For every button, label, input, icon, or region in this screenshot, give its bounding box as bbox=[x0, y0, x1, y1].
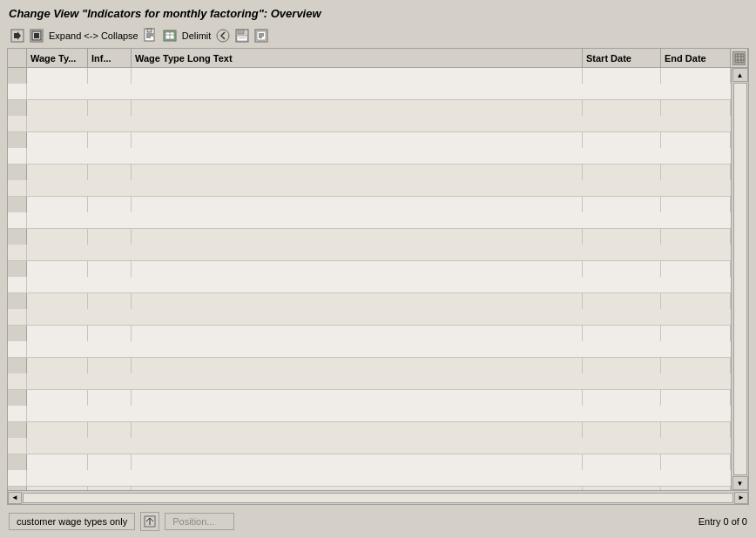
table-row[interactable] bbox=[8, 132, 731, 165]
find-btn[interactable] bbox=[253, 27, 270, 44]
table-cell[interactable] bbox=[661, 132, 731, 148]
grid-rows-container[interactable] bbox=[8, 68, 731, 490]
delimit-btn[interactable]: Delimit bbox=[180, 29, 213, 43]
table-cell[interactable] bbox=[27, 454, 88, 470]
table-cell[interactable] bbox=[8, 309, 27, 325]
table-cell[interactable] bbox=[661, 100, 731, 116]
table-cell[interactable] bbox=[132, 293, 583, 309]
col-header-start-date[interactable]: Start Date bbox=[583, 49, 661, 67]
table-cell[interactable] bbox=[27, 229, 88, 245]
scroll-left-btn[interactable]: ◄ bbox=[8, 492, 22, 504]
table-cell[interactable] bbox=[661, 68, 731, 84]
position-field[interactable]: Position... bbox=[165, 513, 234, 530]
scroll-down-btn[interactable]: ▼ bbox=[732, 476, 748, 490]
table-cell[interactable] bbox=[88, 165, 132, 180]
table-cell[interactable] bbox=[132, 165, 583, 180]
col-header-end-date[interactable]: End Date bbox=[661, 49, 731, 67]
table-cell[interactable] bbox=[27, 326, 88, 341]
table-cell[interactable] bbox=[8, 212, 27, 228]
table-cell[interactable] bbox=[132, 422, 583, 438]
scroll-track-h[interactable] bbox=[23, 493, 733, 503]
table-cell[interactable] bbox=[583, 68, 661, 84]
table-row[interactable] bbox=[8, 229, 731, 261]
table-cell[interactable] bbox=[661, 165, 731, 180]
table-cell[interactable] bbox=[27, 165, 88, 180]
table-cell[interactable] bbox=[583, 358, 661, 373]
table-cell[interactable] bbox=[661, 261, 731, 277]
table-cell[interactable] bbox=[132, 229, 583, 245]
table-row[interactable] bbox=[8, 165, 731, 197]
table-cell[interactable] bbox=[88, 326, 132, 341]
table-cell[interactable] bbox=[27, 261, 88, 277]
table-cell[interactable] bbox=[27, 197, 88, 212]
table-row[interactable] bbox=[8, 293, 731, 326]
scroll-right-btn[interactable]: ► bbox=[734, 492, 748, 504]
table-cell[interactable] bbox=[583, 100, 661, 116]
table-row[interactable] bbox=[8, 358, 731, 390]
customer-wage-types-btn[interactable]: customer wage types only bbox=[9, 513, 135, 530]
table-cell[interactable] bbox=[88, 132, 132, 148]
table-cell[interactable] bbox=[27, 422, 88, 438]
table-row[interactable] bbox=[8, 454, 731, 487]
table-cell[interactable] bbox=[88, 261, 132, 277]
table-cell[interactable] bbox=[8, 438, 27, 454]
table-cell[interactable] bbox=[583, 197, 661, 212]
table-row[interactable] bbox=[8, 68, 731, 100]
table-cell[interactable] bbox=[8, 277, 27, 293]
table-cell[interactable] bbox=[132, 390, 583, 406]
table-cell[interactable] bbox=[8, 116, 27, 131]
col-header-inf[interactable]: Inf... bbox=[88, 49, 132, 67]
table-cell[interactable] bbox=[132, 68, 583, 84]
table-cell[interactable] bbox=[8, 341, 27, 357]
table-cell[interactable] bbox=[132, 261, 583, 277]
table-cell[interactable] bbox=[27, 132, 88, 148]
table-cell[interactable] bbox=[583, 165, 661, 180]
col-header-wage-type[interactable]: Wage Ty... bbox=[27, 49, 88, 67]
table-row[interactable] bbox=[8, 197, 731, 229]
table-row[interactable] bbox=[8, 261, 731, 293]
table-cell[interactable] bbox=[88, 390, 132, 406]
table-cell[interactable] bbox=[27, 358, 88, 373]
table-cell[interactable] bbox=[661, 197, 731, 212]
sap-icon-1[interactable] bbox=[9, 27, 26, 44]
table-cell[interactable] bbox=[661, 390, 731, 406]
horizontal-scrollbar[interactable]: ◄ ► bbox=[8, 490, 748, 504]
table-cell[interactable] bbox=[583, 326, 661, 341]
table-cell[interactable] bbox=[27, 293, 88, 309]
table-cell[interactable] bbox=[8, 148, 27, 164]
page-icon-btn[interactable] bbox=[142, 27, 159, 44]
table-cell[interactable] bbox=[583, 293, 661, 309]
table-cell[interactable] bbox=[88, 229, 132, 245]
table-row[interactable] bbox=[8, 326, 731, 358]
table-cell[interactable] bbox=[88, 293, 132, 309]
table-cell[interactable] bbox=[583, 261, 661, 277]
table-cell[interactable] bbox=[132, 358, 583, 373]
table-cell[interactable] bbox=[583, 229, 661, 245]
table-cell[interactable] bbox=[88, 68, 132, 84]
table-cell[interactable] bbox=[132, 326, 583, 341]
table-cell[interactable] bbox=[132, 454, 583, 470]
col-config-btn[interactable] bbox=[731, 49, 748, 67]
col-header-long-text[interactable]: Wage Type Long Text bbox=[132, 49, 583, 67]
table-cell[interactable] bbox=[27, 68, 88, 84]
table-cell[interactable] bbox=[132, 197, 583, 212]
table-cell[interactable] bbox=[132, 132, 583, 148]
table-cell[interactable] bbox=[88, 358, 132, 373]
table-cell[interactable] bbox=[88, 197, 132, 212]
table-cell[interactable] bbox=[27, 100, 88, 116]
table-cell[interactable] bbox=[8, 180, 27, 196]
table-row[interactable] bbox=[8, 422, 731, 454]
table-cell[interactable] bbox=[8, 373, 27, 389]
position-icon-btn[interactable] bbox=[140, 512, 159, 531]
table-row[interactable] bbox=[8, 100, 731, 132]
table-cell[interactable] bbox=[661, 229, 731, 245]
table-cell[interactable] bbox=[583, 454, 661, 470]
detail-icon-btn[interactable] bbox=[161, 27, 179, 44]
table-row[interactable] bbox=[8, 390, 731, 422]
table-cell[interactable] bbox=[583, 422, 661, 438]
table-cell[interactable] bbox=[8, 245, 27, 260]
table-cell[interactable] bbox=[88, 100, 132, 116]
table-cell[interactable] bbox=[88, 454, 132, 470]
table-cell[interactable] bbox=[661, 454, 731, 470]
table-cell[interactable] bbox=[8, 470, 27, 486]
